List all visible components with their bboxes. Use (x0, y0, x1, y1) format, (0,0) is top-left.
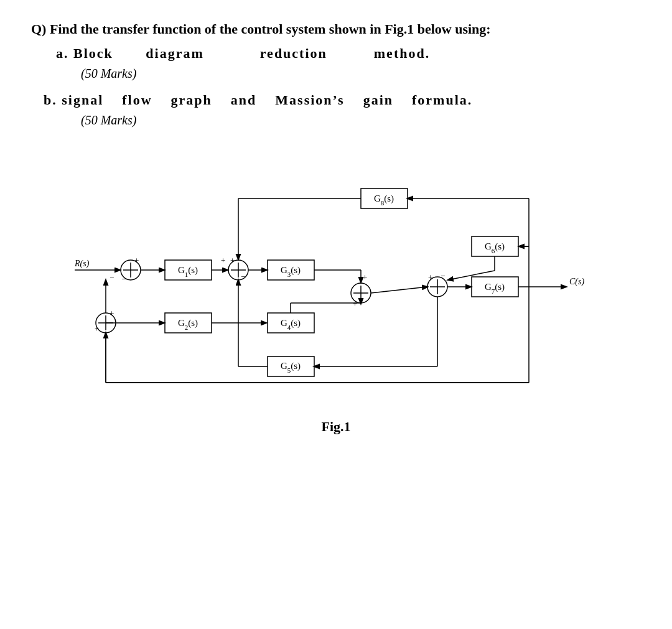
C-label: C(s) (569, 277, 584, 287)
plus-j4: + (428, 273, 432, 282)
minus-R: − (121, 274, 126, 284)
plus-j3: + (363, 273, 367, 282)
part-b-label: b. signal flow graph and Massion’s gain … (44, 92, 641, 108)
plus-j5-top: + (110, 309, 114, 318)
minus-j4: − (441, 271, 445, 281)
plus-j2-bottom: − (241, 272, 245, 281)
R-label: R(s) (74, 259, 90, 269)
question-block: Q) Find the transfer function of the con… (31, 19, 641, 128)
svg-line-19 (371, 287, 427, 293)
part-a-marks: (50 Marks) (81, 67, 641, 81)
plus-j5-left: + (95, 324, 99, 333)
part-a-label: a. Block diagram reduction method. (56, 45, 641, 62)
diagram-area: G1(s) G2(s) G3(s) G4(s) G5(s) G6(s) G7 (31, 146, 641, 435)
plus-j2-top: + (221, 256, 225, 265)
plus-R: + (134, 256, 139, 265)
part-b-marks: (50 Marks) (81, 113, 641, 128)
plus-j3-left: + (353, 299, 357, 309)
question-intro: Q) Find the transfer function of the con… (31, 19, 641, 39)
figure-label: Fig.1 (321, 419, 350, 435)
minus-j1: − (110, 273, 114, 282)
block-diagram: G1(s) G2(s) G3(s) G4(s) G5(s) G6(s) G7 (56, 146, 616, 408)
plus-j2-g8: + (230, 256, 235, 265)
